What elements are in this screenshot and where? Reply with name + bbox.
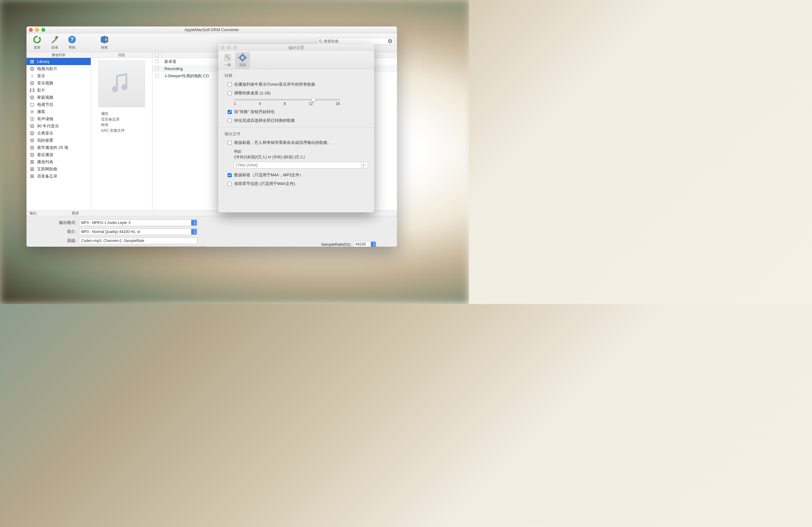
info-attr-label: 属性 [93, 111, 150, 117]
example-label: 例如 [234, 149, 368, 154]
sidebar-item[interactable]: 播放列表 [27, 158, 91, 165]
sidebar-item-label: 互联网歌曲 [37, 166, 57, 172]
advanced-field[interactable]: Codec=mp3, Channel=2, SampleRate [79, 237, 198, 244]
search-field[interactable]: ✕ [317, 38, 394, 45]
update-button[interactable]: 更新 [29, 34, 45, 50]
sidebar-item[interactable]: 影片 [27, 87, 91, 94]
sidebar-item[interactable]: Library [27, 58, 91, 65]
show-all-songs-checkbox[interactable] [228, 82, 232, 87]
sidebar-item[interactable]: 有声读物 [27, 115, 91, 122]
gear-icon [30, 138, 34, 143]
sidebar-item[interactable]: ♫音乐 [27, 72, 91, 79]
sidebar-item[interactable]: 语音备忘录 [27, 172, 91, 180]
svg-point-11 [32, 82, 33, 84]
sidebar-item[interactable]: 我的最爱 [27, 137, 91, 144]
sidebar-item-label: 音乐 [37, 73, 45, 79]
svg-rect-44 [228, 57, 229, 59]
select-all-checkbox[interactable] [155, 52, 159, 56]
clear-search-icon[interactable]: ✕ [388, 39, 392, 43]
sidebar-item-label: 最常播放的 25 项 [37, 145, 68, 150]
adjust-speed-checkbox[interactable] [228, 91, 232, 95]
track-checkbox[interactable] [155, 74, 159, 77]
sidebar-item[interactable]: 电视节目 [27, 101, 91, 108]
slider-thumb[interactable] [311, 97, 316, 102]
svg-rect-38 [30, 176, 34, 177]
tab-general[interactable]: 一般 [220, 52, 235, 69]
sidebar-item[interactable]: 古典音乐 [27, 130, 91, 137]
meta-tag-checkbox[interactable] [228, 173, 232, 177]
svg-point-46 [241, 56, 244, 59]
output-header-output[interactable]: 输出: [27, 211, 70, 215]
example-pattern: /{专辑}/{标题}/{艺人} or {专辑}-{标题}-{艺人} [234, 154, 368, 160]
book-icon [30, 117, 34, 121]
svg-rect-13 [30, 89, 31, 92]
svg-rect-37 [30, 175, 34, 175]
sidebar-item[interactable]: 90 年代音乐 [27, 122, 91, 130]
window-title: AppleMacSoft DRM Converter [27, 27, 397, 32]
svg-point-28 [32, 147, 33, 148]
svg-point-3 [319, 40, 321, 42]
sidebar-item-label: 最近播放 [37, 152, 53, 157]
format-label: 输出格式: [45, 220, 76, 226]
sidebar-item-label: 音乐视频 [37, 80, 53, 86]
convert-button[interactable]: 转换 [95, 34, 114, 50]
press-convert-checkbox[interactable] [228, 110, 232, 114]
select-converted-checkbox[interactable] [228, 119, 232, 123]
pattern-input[interactable] [236, 163, 360, 167]
prefs-body: 转换 在播放列表中显示iTunes音乐库中的所有歌曲 调整转换速度 (1-16)… [218, 69, 374, 193]
pattern-input-wrap: ▾ [234, 162, 368, 168]
svg-rect-14 [33, 89, 34, 92]
search-input[interactable] [324, 39, 388, 43]
refresh-icon [32, 34, 42, 45]
keep-chapters-label: 保留章节信息 (只适用于M4A文件) [234, 181, 295, 186]
profile-select[interactable]: MP3 - Normal Quality( 44100 Hz, st▴▾ [79, 228, 198, 235]
format-select[interactable]: MP3 - MPEG-1 Audio Layer 3▴▾ [79, 219, 198, 226]
profile-label: 简介: [45, 229, 76, 235]
track-checkbox[interactable] [155, 66, 159, 70]
svg-rect-47 [242, 53, 243, 55]
column-playlist[interactable]: 播放列表 [27, 52, 91, 57]
gear-icon [30, 66, 34, 71]
slider-tick: 12 [309, 102, 313, 106]
info-panel: 属性 语音备忘录 种类 AAC 音频文件 [91, 58, 153, 210]
svg-point-30 [32, 154, 33, 155]
sidebar-item[interactable]: 互联网歌曲 [27, 165, 91, 172]
column-checkbox-all[interactable] [153, 52, 162, 57]
sidebar-item-label: 家庭视频 [37, 95, 53, 100]
sidebar-item[interactable]: 家庭视频 [27, 94, 91, 101]
sidebar-item[interactable]: 最常播放的 25 项 [27, 144, 91, 151]
sidebar-item[interactable]: 最近播放 [27, 151, 91, 158]
browse-button[interactable]: ... [199, 246, 206, 247]
svg-rect-42 [225, 55, 230, 61]
titlebar: AppleMacSoft DRM Converter [27, 27, 397, 33]
slider-tick: 4 [259, 102, 261, 106]
sidebar-item-label: Library [37, 59, 49, 64]
keep-chapters-checkbox[interactable] [228, 182, 232, 186]
sidebar-item[interactable]: 播客 [27, 108, 91, 115]
sidebar-item[interactable]: 电视与影片 [27, 65, 91, 72]
output-form: 输出格式: MP3 - MPEG-1 Audio Layer 3▴▾ 简介: M… [45, 219, 206, 247]
svg-point-0 [56, 36, 58, 38]
slider-tick: 1 [234, 102, 236, 106]
pattern-dropdown-button[interactable]: ▾ [361, 163, 366, 168]
options-button[interactable]: 选项 [46, 34, 63, 50]
svg-rect-49 [238, 57, 240, 58]
advanced-label: 高级: [45, 238, 76, 244]
column-info[interactable]: 信息 [91, 52, 153, 57]
samplerate-label: SampleRate(hz): [314, 242, 351, 247]
chevron-updown-icon: ▴▾ [194, 229, 195, 234]
rename-checkbox[interactable] [228, 141, 232, 145]
help-button[interactable]: ? 帮助 [64, 34, 80, 50]
samplerate-select[interactable]: 44100▴▾ [354, 241, 376, 247]
tab-advanced[interactable]: 高级 [235, 52, 250, 69]
prefs-titlebar: 偏好设置 [218, 44, 374, 51]
folder-field[interactable]: /Users/Cool/Music/AppleMacSoft DRM Conve… [79, 246, 198, 247]
svg-point-20 [31, 111, 33, 112]
meta-tag-label: 数据标签（只适用于M4A，MP3文件） [234, 172, 303, 178]
speed-slider[interactable]: 1481216 [234, 99, 340, 106]
section-output-title: 输出文件 [224, 131, 368, 137]
sidebar-item[interactable]: 音乐视频 [27, 79, 91, 87]
svg-rect-48 [242, 60, 243, 62]
track-checkbox[interactable] [155, 59, 159, 63]
artwork-placeholder [98, 60, 145, 107]
